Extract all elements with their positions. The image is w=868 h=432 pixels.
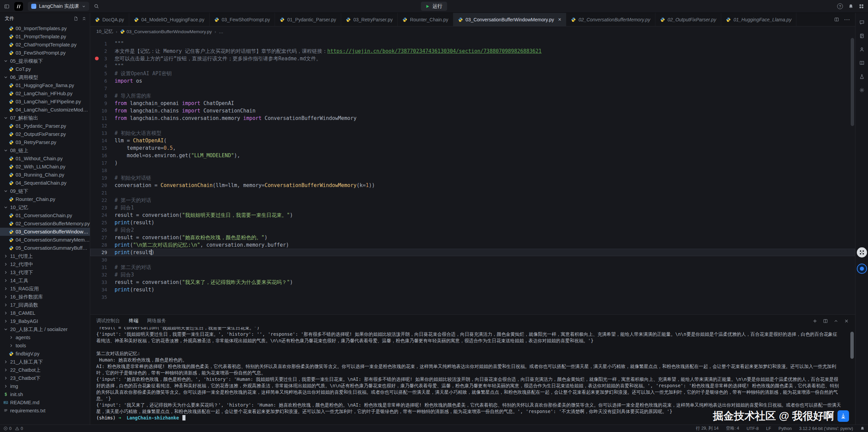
panel-tab-active[interactable]: 终端: [129, 318, 138, 324]
tree-item[interactable]: 22_Chatbot上: [0, 366, 90, 374]
tree-item[interactable]: 01_PromptTemplate.py: [0, 33, 90, 41]
code-line[interactable]: 28print("\n第二次对话后的记忆:\n", conversation.m…: [90, 241, 855, 249]
tree-item[interactable]: 01_Without_Chain.py: [0, 155, 90, 163]
code-line[interactable]: 15 temperature=0.5,: [90, 144, 855, 152]
code-line[interactable]: 7: [90, 85, 855, 92]
statusbar-item[interactable]: UTF-8: [744, 426, 762, 431]
tree-item[interactable]: 03_ConversationBufferWindowMemory.py: [0, 228, 90, 236]
tree-item[interactable]: $init.sh: [0, 390, 90, 398]
tree-item[interactable]: 23_Chatbot下: [0, 374, 90, 382]
problems-summary[interactable]: 0 0: [3, 426, 23, 431]
tree-item[interactable]: Rounter_Chain.py: [0, 195, 90, 203]
tree-item[interactable]: 02_With_LLMChain.py: [0, 163, 90, 171]
editor-tab[interactable]: 02_OutputFixParser.py: [655, 13, 721, 26]
panel-tab-item[interactable]: 网络服务: [147, 318, 166, 324]
tree-item[interactable]: 03_RetryParser.py: [0, 138, 90, 146]
tree-item[interactable]: 10_记忆: [0, 203, 90, 211]
tree-item[interactable]: 06_调用模型: [0, 73, 90, 81]
more-actions-icon[interactable]: ⋯: [844, 16, 850, 23]
notebook-button[interactable]: [855, 29, 868, 43]
ai-chat-button[interactable]: [855, 16, 868, 29]
search-icon[interactable]: [94, 4, 99, 9]
statusbar-item[interactable]: LF: [763, 426, 774, 431]
new-terminal-icon[interactable]: [812, 318, 817, 324]
tree-item[interactable]: 09_链下: [0, 187, 90, 195]
tree-item[interactable]: 04_LangChain_CustomizeModel.py: [0, 106, 90, 114]
code-line[interactable]: 26# 回合2: [90, 226, 855, 234]
tree-item[interactable]: 08_链上: [0, 146, 90, 155]
tree-item[interactable]: 05_提示模板下: [0, 57, 90, 65]
book-button[interactable]: [855, 56, 868, 70]
statusbar-item[interactable]: 空格: 4: [723, 426, 742, 431]
tree-item[interactable]: tools: [0, 342, 90, 350]
tree-item[interactable]: agents: [0, 333, 90, 342]
editor-scrollbar[interactable]: [851, 38, 854, 126]
editor-tab[interactable]: 01_Pydantic_Parser.py: [275, 13, 341, 26]
code-line[interactable]: 14llm = ChatOpenAI(: [90, 137, 855, 144]
tree-item[interactable]: 03_FewShotPrompt.py: [0, 49, 90, 57]
code-line[interactable]: 12: [90, 122, 855, 129]
statusbar-item[interactable]: 行 29, 列 14: [693, 426, 722, 431]
tree-item[interactable]: 15_RAG应用: [0, 285, 90, 293]
code-line[interactable]: 3您可以点击最上方的“运行”按钮，直接运行该文件；更多操作指引请参考Readme…: [90, 55, 855, 62]
tree-item[interactable]: 18_CAMEL: [0, 309, 90, 317]
code-line[interactable]: 9from langchain_openai import ChatOpenAI: [90, 100, 855, 107]
code-line[interactable]: 32# 回合3: [90, 271, 855, 279]
code-line[interactable]: 1""": [90, 40, 855, 47]
code-line[interactable]: 11from langchain.chains.conversation.mem…: [90, 115, 855, 122]
code-line[interactable]: 20conversation = ConversationChain(llm=l…: [90, 182, 855, 189]
code-line[interactable]: 18: [90, 167, 855, 174]
code-line[interactable]: 35: [90, 293, 855, 301]
tree-item[interactable]: 11_代理上: [0, 252, 90, 260]
split-editor-icon[interactable]: [834, 17, 839, 22]
bell-icon[interactable]: [848, 4, 853, 9]
tree-item[interactable]: 12_代理中: [0, 260, 90, 268]
tree-item[interactable]: 02_ConversationBufferMemory.py: [0, 220, 90, 228]
code-line[interactable]: 13# 初始化大语言模型: [90, 129, 855, 137]
code-line[interactable]: 23# 回合1: [90, 204, 855, 211]
code-line[interactable]: 17): [90, 159, 855, 167]
tab-close-icon[interactable]: ×: [558, 17, 561, 22]
code-line[interactable]: 22# 第一天的对话: [90, 197, 855, 204]
tree-item[interactable]: findbigV.py: [0, 350, 90, 358]
editor-tab[interactable]: 01_HuggingFace_Llama.py: [721, 13, 796, 26]
terminal-scrollbar[interactable]: [850, 332, 854, 359]
apps-grid-icon[interactable]: [859, 4, 864, 9]
code-line[interactable]: 29print(result): [90, 249, 855, 256]
tree-item[interactable]: 21_人脉工具下: [0, 358, 90, 366]
editor-tab[interactable]: 02_ConversationBufferMemory.py: [566, 13, 655, 26]
maximize-panel-icon[interactable]: [833, 318, 839, 324]
editor-tab[interactable]: DocQA.py: [90, 13, 129, 26]
code-line[interactable]: 34print(result): [90, 286, 855, 293]
close-panel-icon[interactable]: [844, 318, 849, 324]
tree-item[interactable]: 02_OutputFixParser.py: [0, 130, 90, 138]
code-line[interactable]: 33result = conversation("我又来了，还记得我昨天为什么要…: [90, 279, 855, 286]
split-panel-icon[interactable]: [823, 318, 828, 324]
statusbar-item[interactable]: Python: [775, 426, 795, 431]
editor-tab[interactable]: 04_ModelIO_HuggingFace.py: [129, 13, 210, 26]
code-line[interactable]: 27result = conversation("她喜欢粉色玫瑰，颜色是粉色的。…: [90, 234, 855, 241]
code-line[interactable]: 5# 设置OpenAI API密钥: [90, 70, 855, 77]
tree-item[interactable]: 19_BabyAGI: [0, 317, 90, 325]
breadcrumb-item[interactable]: …: [219, 29, 223, 34]
user-button[interactable]: [855, 43, 868, 56]
breadcrumb-item[interactable]: 03_ConversationBufferWindowMemory.py: [120, 29, 212, 34]
flask-button[interactable]: [855, 70, 868, 83]
code-editor[interactable]: 1"""2本文件是【记忆：让 Memory 记住客户上次买花时的对话细节】章节的…: [90, 37, 855, 314]
sidebar-toggle-icon[interactable]: [4, 4, 9, 9]
tree-item[interactable]: 01_HuggingFace_llama.py: [0, 81, 90, 89]
tree-item[interactable]: README.md: [0, 398, 90, 407]
tree-item[interactable]: 17_回调函数: [0, 301, 90, 309]
code-line[interactable]: 24result = conversation("我姐姐明天要过生日，我需要一束…: [90, 211, 855, 219]
statusbar-item[interactable]: 3.12.2 64-bit ('shims': pyenv): [796, 426, 856, 431]
tree-item[interactable]: 03_LangChain_HFPipeline.py: [0, 98, 90, 106]
tree-item[interactable]: img: [0, 382, 90, 390]
tree-item[interactable]: 02_LangChain_HFHub.py: [0, 89, 90, 98]
code-line[interactable]: 6import os: [90, 77, 855, 85]
tree-item[interactable]: 03_Running_Chain.py: [0, 171, 90, 179]
breadcrumb-item[interactable]: 10_记忆: [96, 28, 113, 35]
floating-avatar-badge[interactable]: [857, 247, 867, 258]
code-line[interactable]: 2本文件是【记忆：让 Memory 记住客户上次买花时的对话细节】章节的配套代码…: [90, 47, 855, 55]
panel-tab-item[interactable]: 调试控制台: [96, 318, 120, 324]
editor-tab[interactable]: 03_RetryParser.py: [341, 13, 398, 26]
